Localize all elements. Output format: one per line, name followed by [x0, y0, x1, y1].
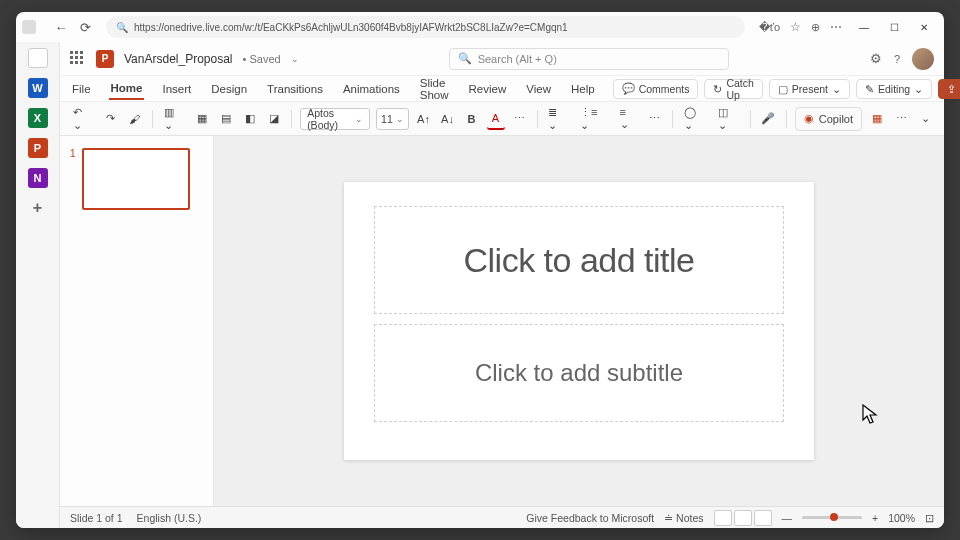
toolbar: ↶ ⌄ ↷ 🖌 ▥ ⌄ ▦ ▤ ◧ ◪ Aptos (Body)⌄ 11⌄ A↑…: [60, 102, 944, 136]
rail-powerpoint-icon[interactable]: P: [28, 138, 48, 158]
zoom-out-button[interactable]: —: [782, 512, 793, 524]
rail-home-icon[interactable]: [28, 48, 48, 68]
para-more-icon[interactable]: ⋯: [646, 108, 664, 130]
lock-icon: 🔍: [116, 22, 128, 33]
zoom-in-button[interactable]: +: [872, 512, 878, 524]
redo-button[interactable]: ↷: [102, 108, 120, 130]
tab-view[interactable]: View: [524, 79, 553, 99]
fit-button[interactable]: ⊡: [925, 512, 934, 524]
cameo-button[interactable]: ◪: [265, 108, 283, 130]
copilot-button[interactable]: ◉Copilot: [795, 107, 862, 131]
ribbon-tabs: File Home Insert Design Transitions Anim…: [60, 76, 944, 102]
font-selector[interactable]: Aptos (Body)⌄: [300, 108, 370, 130]
reader-icon[interactable]: �ťo: [759, 21, 780, 34]
close-button[interactable]: ✕: [910, 16, 938, 38]
address-bar[interactable]: 🔍 https://onedrive.live.com/w:/t/EaCKkPs…: [106, 16, 745, 38]
app-rail: W X P N +: [16, 42, 60, 528]
rail-add-icon[interactable]: +: [28, 198, 48, 218]
slide-thumbnail[interactable]: [82, 148, 190, 210]
powerpoint-icon: P: [96, 50, 114, 68]
settings-icon[interactable]: ⚙: [870, 51, 882, 66]
maximize-button[interactable]: ☐: [880, 16, 908, 38]
numbering-button[interactable]: ⋮≡ ⌄: [577, 108, 611, 130]
catchup-button[interactable]: ↻ Catch Up: [704, 79, 762, 99]
layout-button[interactable]: ▦: [193, 108, 211, 130]
tab-design[interactable]: Design: [209, 79, 249, 99]
title-placeholder[interactable]: Click to add title: [374, 206, 784, 314]
search-icon: 🔍: [458, 52, 472, 65]
search-input[interactable]: 🔍 Search (Alt + Q): [449, 48, 729, 70]
dictate-button[interactable]: 🎤: [759, 108, 778, 130]
bold-button[interactable]: B: [463, 108, 481, 130]
arrange-button[interactable]: ◫ ⌄: [715, 108, 742, 130]
align-button[interactable]: ≡ ⌄: [617, 108, 640, 130]
reuse-button[interactable]: ◧: [241, 108, 259, 130]
font-color-button[interactable]: A: [487, 108, 505, 130]
language-status[interactable]: English (U.S.): [137, 512, 202, 524]
more-icon[interactable]: ⋯: [830, 20, 842, 34]
section-button[interactable]: ▤: [217, 108, 235, 130]
zoom-level[interactable]: 100%: [888, 512, 915, 524]
font-more-icon[interactable]: ⋯: [511, 108, 529, 130]
reading-view-button[interactable]: [754, 510, 772, 526]
document-name[interactable]: VanArsdel_Proposal: [124, 52, 233, 66]
new-slide-button[interactable]: ▥ ⌄: [161, 108, 188, 130]
tab-slideshow[interactable]: Slide Show: [418, 73, 451, 105]
undo-button[interactable]: ↶ ⌄: [70, 108, 96, 130]
editing-button[interactable]: ✎ Editing ⌄: [856, 79, 932, 99]
normal-view-button[interactable]: [714, 510, 732, 526]
tab-transitions[interactable]: Transitions: [265, 79, 325, 99]
notes-button[interactable]: ≐ Notes: [664, 512, 703, 524]
designer-button[interactable]: ▦: [868, 108, 886, 130]
share-button[interactable]: ⇪ Share ⌄: [938, 79, 960, 99]
url-text: https://onedrive.live.com/w:/t/EaCKkPs6A…: [134, 22, 568, 33]
zoom-slider[interactable]: [802, 516, 862, 519]
user-avatar[interactable]: [912, 48, 934, 70]
collapse-ribbon-icon[interactable]: ⌄: [916, 108, 934, 130]
shrink-font-icon[interactable]: A↓: [439, 108, 457, 130]
feedback-link[interactable]: Give Feedback to Microsoft: [526, 512, 654, 524]
browser-tab[interactable]: [22, 20, 36, 34]
subtitle-placeholder[interactable]: Click to add subtitle: [374, 324, 784, 422]
app-window: ← ⟳ 🔍 https://onedrive.live.com/w:/t/EaC…: [16, 12, 944, 528]
tab-animations[interactable]: Animations: [341, 79, 402, 99]
browser-tab-strip: [22, 20, 36, 34]
slide[interactable]: Click to add title Click to add subtitle: [344, 182, 814, 460]
tab-review[interactable]: Review: [467, 79, 509, 99]
rail-onenote-icon[interactable]: N: [28, 168, 48, 188]
thumbnail-pane[interactable]: 1: [60, 136, 214, 506]
sorter-view-button[interactable]: [734, 510, 752, 526]
tab-home[interactable]: Home: [109, 78, 145, 100]
rail-word-icon[interactable]: W: [28, 78, 48, 98]
chevron-down-icon[interactable]: ⌄: [291, 54, 299, 64]
font-size-selector[interactable]: 11⌄: [376, 108, 408, 130]
copilot-icon: ◉: [804, 112, 814, 125]
tab-file[interactable]: File: [70, 79, 93, 99]
slide-counter[interactable]: Slide 1 of 1: [70, 512, 123, 524]
address-actions: �ťo ☆ ⊕ ⋯: [759, 20, 842, 34]
slide-number: 1: [70, 148, 76, 210]
format-painter-icon[interactable]: 🖌: [126, 108, 144, 130]
thumbnail-item[interactable]: 1: [70, 148, 203, 210]
refresh-icon[interactable]: ⟳: [78, 20, 92, 34]
comments-button[interactable]: 💬 Comments: [613, 79, 699, 99]
favorite-icon[interactable]: ☆: [790, 20, 801, 34]
back-icon[interactable]: ←: [54, 20, 68, 34]
app-launcher-icon[interactable]: [70, 51, 86, 67]
help-icon[interactable]: ?: [894, 53, 900, 65]
toolbar-more-icon[interactable]: ⋯: [892, 108, 910, 130]
rail-excel-icon[interactable]: X: [28, 108, 48, 128]
minimize-button[interactable]: —: [850, 16, 878, 38]
mouse-cursor-icon: [862, 404, 880, 426]
slide-canvas[interactable]: Click to add title Click to add subtitle: [214, 136, 944, 506]
present-button[interactable]: ▢ Present ⌄: [769, 79, 850, 99]
view-buttons: [714, 510, 772, 526]
tab-help[interactable]: Help: [569, 79, 597, 99]
tab-insert[interactable]: Insert: [160, 79, 193, 99]
collections-icon[interactable]: ⊕: [811, 21, 820, 34]
bullets-button[interactable]: ≣ ⌄: [545, 108, 571, 130]
app-header: P VanArsdel_Proposal • Saved ⌄ 🔍 Search …: [60, 42, 944, 76]
shapes-button[interactable]: ◯ ⌄: [681, 108, 709, 130]
grow-font-icon[interactable]: A↑: [415, 108, 433, 130]
browser-titlebar: ← ⟳ 🔍 https://onedrive.live.com/w:/t/EaC…: [16, 12, 944, 42]
